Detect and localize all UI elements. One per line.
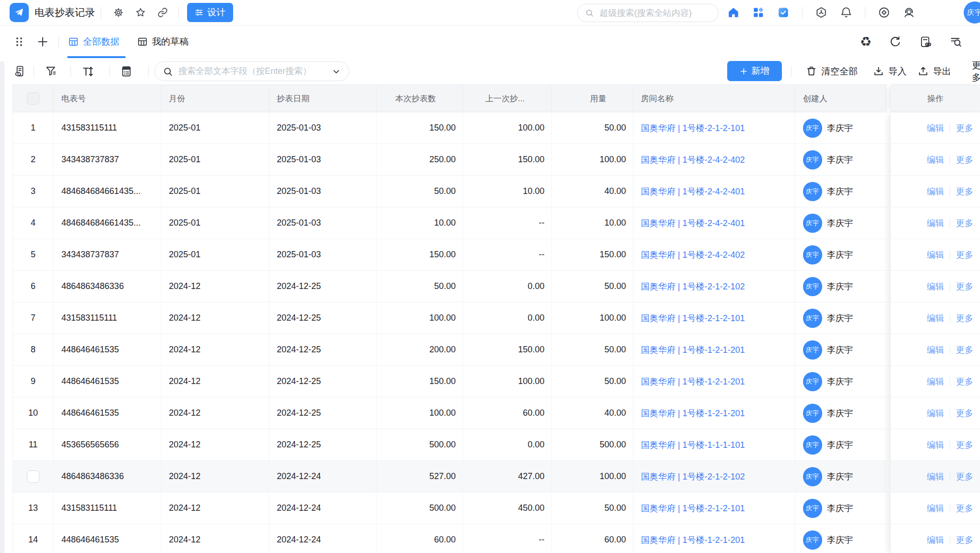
creator-avatar: 庆宇 bbox=[803, 182, 822, 201]
more-link[interactable]: 更多 bbox=[956, 534, 973, 546]
edit-link[interactable]: 编辑 bbox=[927, 534, 944, 546]
cell-date: 2024-12-25 bbox=[269, 429, 377, 460]
more-link[interactable]: 更多 bbox=[956, 281, 973, 292]
cell-month: 2025-01 bbox=[161, 176, 269, 207]
sort-icon[interactable] bbox=[81, 58, 94, 84]
user-avatar[interactable]: 庆宇 bbox=[964, 1, 980, 24]
edit-link[interactable]: 编辑 bbox=[927, 281, 944, 292]
more-link[interactable]: 更多 bbox=[956, 122, 973, 134]
hide-fields-icon[interactable] bbox=[13, 58, 26, 84]
cell-date: 2024-12-24 bbox=[269, 524, 377, 553]
col-header-room[interactable]: 房间名称 bbox=[633, 85, 795, 112]
edit-link[interactable]: 编辑 bbox=[927, 503, 944, 514]
row-checkbox[interactable] bbox=[27, 470, 39, 483]
room-link[interactable]: 国奥华府 | 1号楼-1-1-1-101 bbox=[641, 439, 745, 451]
edit-link[interactable]: 编辑 bbox=[927, 217, 944, 229]
col-header-creator[interactable]: 创建人 bbox=[795, 85, 887, 112]
room-link[interactable]: 国奥华府 | 1号楼-2-1-2-102 bbox=[641, 281, 745, 292]
edit-link[interactable]: 编辑 bbox=[927, 186, 944, 197]
edit-link[interactable]: 编辑 bbox=[927, 249, 944, 261]
add-view-plus-icon[interactable] bbox=[36, 25, 49, 58]
cell-current: 527.00 bbox=[377, 461, 463, 492]
cell-creator: 庆宇李庆宇 bbox=[795, 271, 887, 302]
col-header-usage[interactable]: 用量 bbox=[552, 85, 633, 112]
edit-link[interactable]: 编辑 bbox=[927, 313, 944, 324]
edit-link[interactable]: 编辑 bbox=[927, 154, 944, 166]
room-link[interactable]: 国奥华府 | 1号楼-2-4-2-401 bbox=[641, 217, 745, 229]
col-header-current[interactable]: 本次抄表数 bbox=[377, 85, 463, 112]
tab-all-data[interactable]: 全部数据 bbox=[68, 36, 119, 48]
edit-link[interactable]: 编辑 bbox=[927, 408, 944, 419]
more-link[interactable]: 更多 bbox=[956, 249, 973, 261]
more-button[interactable]: 更多 bbox=[972, 58, 980, 84]
cell-usage: 150.00 bbox=[552, 239, 633, 270]
filter-icon[interactable] bbox=[45, 58, 58, 84]
clear-all-button[interactable]: 清空全部 bbox=[806, 58, 858, 84]
record-link-icon[interactable] bbox=[919, 36, 932, 48]
divider bbox=[950, 441, 950, 449]
edit-link[interactable]: 编辑 bbox=[927, 344, 944, 356]
search-records-icon[interactable] bbox=[949, 36, 962, 48]
global-search-input[interactable] bbox=[599, 8, 711, 19]
settings-gear-icon[interactable] bbox=[113, 7, 124, 18]
row-index-cell: 8 bbox=[13, 334, 54, 365]
more-link[interactable]: 更多 bbox=[956, 313, 973, 324]
col-header-meter[interactable]: 电表号 bbox=[54, 85, 161, 112]
edit-link[interactable]: 编辑 bbox=[927, 376, 944, 387]
col-header-previous[interactable]: 上一次抄... bbox=[463, 85, 552, 112]
more-link[interactable]: 更多 bbox=[956, 471, 973, 482]
tab-my-drafts[interactable]: 我的草稿 bbox=[137, 36, 189, 48]
table-search-input[interactable] bbox=[177, 66, 327, 77]
more-link[interactable]: 更多 bbox=[956, 408, 973, 419]
cell-previous: -- bbox=[463, 239, 552, 270]
tasks-check-icon[interactable] bbox=[777, 6, 790, 19]
more-link[interactable]: 更多 bbox=[956, 503, 973, 514]
room-link[interactable]: 国奥华府 | 1号楼-2-1-2-101 bbox=[641, 503, 745, 514]
edit-link[interactable]: 编辑 bbox=[927, 471, 944, 482]
notifications-bell-icon[interactable] bbox=[840, 6, 852, 19]
compass-explore-icon[interactable] bbox=[878, 6, 890, 19]
trash-icon bbox=[806, 66, 817, 77]
workspace-hexagon-icon[interactable] bbox=[815, 6, 827, 19]
design-button[interactable]: 设计 bbox=[187, 3, 233, 22]
more-link[interactable]: 更多 bbox=[956, 217, 973, 229]
share-link-icon[interactable] bbox=[157, 7, 168, 18]
more-link[interactable]: 更多 bbox=[956, 376, 973, 387]
card-view-icon[interactable] bbox=[120, 58, 133, 84]
room-link[interactable]: 国奥华府 | 1号楼-1-2-1-201 bbox=[641, 344, 745, 356]
apps-grid-icon[interactable] bbox=[752, 6, 765, 19]
room-link[interactable]: 国奥华府 | 1号楼-2-4-2-401 bbox=[641, 186, 745, 197]
edit-link[interactable]: 编辑 bbox=[927, 122, 944, 134]
room-link[interactable]: 国奥华府 | 1号楼-2-4-2-402 bbox=[641, 249, 745, 261]
col-header-date[interactable]: 抄表日期 bbox=[269, 85, 377, 112]
room-link[interactable]: 国奥华府 | 1号楼-2-1-2-102 bbox=[641, 471, 745, 482]
col-header-month[interactable]: 月份 bbox=[161, 85, 269, 112]
home-icon[interactable] bbox=[727, 6, 740, 19]
room-link[interactable]: 国奥华府 | 1号楼-2-4-2-402 bbox=[641, 154, 745, 166]
chevron-down-icon[interactable] bbox=[331, 67, 341, 76]
creator-name: 李庆宇 bbox=[827, 471, 853, 482]
room-link[interactable]: 国奥华府 | 1号楼-2-1-2-101 bbox=[641, 313, 745, 324]
export-button[interactable]: 导出 bbox=[918, 58, 951, 84]
select-all-checkbox[interactable] bbox=[27, 92, 39, 105]
edit-link[interactable]: 编辑 bbox=[927, 439, 944, 451]
recycle-bin-icon[interactable]: ♻ bbox=[860, 36, 872, 48]
refresh-icon[interactable] bbox=[889, 36, 902, 48]
cell-date: 2025-01-03 bbox=[269, 144, 377, 175]
room-link[interactable]: 国奥华府 | 1号楼-1-2-1-201 bbox=[641, 534, 745, 546]
room-link[interactable]: 国奥华府 | 1号楼-2-1-2-101 bbox=[641, 122, 745, 134]
more-link[interactable]: 更多 bbox=[956, 186, 973, 197]
more-link[interactable]: 更多 bbox=[956, 439, 973, 451]
table-search[interactable] bbox=[154, 61, 349, 81]
import-button[interactable]: 导入 bbox=[873, 58, 907, 84]
drag-handle-icon[interactable] bbox=[15, 25, 23, 58]
more-link[interactable]: 更多 bbox=[956, 344, 973, 356]
add-record-button[interactable]: 新增 bbox=[727, 61, 782, 81]
favorite-star-icon[interactable] bbox=[135, 7, 146, 18]
room-link[interactable]: 国奥华府 | 1号楼-1-2-1-201 bbox=[641, 408, 745, 419]
more-link[interactable]: 更多 bbox=[956, 154, 973, 166]
app-logo[interactable] bbox=[10, 3, 29, 22]
support-headset-icon[interactable] bbox=[903, 6, 915, 19]
global-search[interactable] bbox=[577, 4, 719, 22]
room-link[interactable]: 国奥华府 | 1号楼-1-2-1-201 bbox=[641, 376, 745, 387]
